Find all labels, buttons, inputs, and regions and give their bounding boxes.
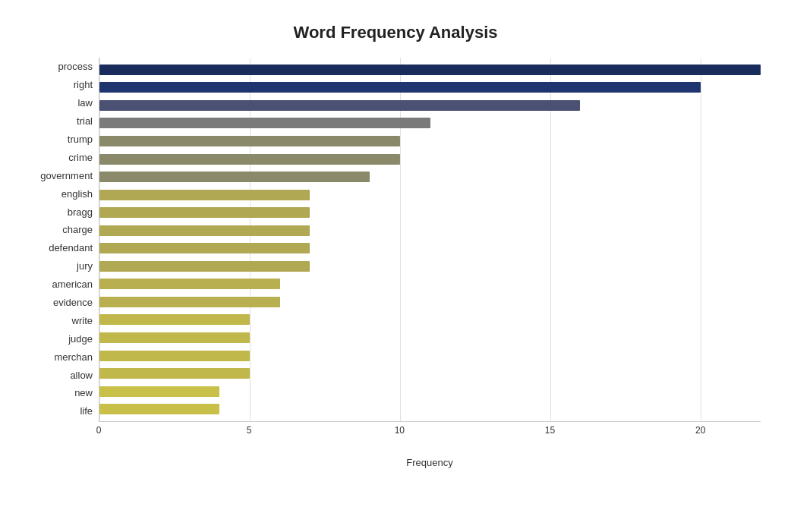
bar	[99, 82, 701, 93]
bar	[99, 368, 250, 379]
bar-row	[99, 400, 761, 418]
bar	[99, 261, 310, 272]
bar	[99, 207, 310, 218]
bar	[99, 100, 580, 111]
x-tick: 5	[247, 425, 252, 436]
bar-row	[99, 203, 761, 222]
bar-row	[99, 168, 761, 186]
y-label: crime	[68, 153, 93, 162]
x-tick: 10	[395, 425, 405, 436]
y-labels: processrightlawtrialtrumpcrimegovernment…	[30, 58, 99, 422]
bar	[99, 65, 761, 75]
x-axis: 05101520	[99, 425, 761, 440]
bar	[99, 279, 280, 289]
bar	[99, 404, 219, 414]
y-label: trial	[77, 116, 93, 126]
y-label: write	[72, 316, 93, 326]
bar	[99, 136, 400, 146]
x-axis-label: Frequency	[99, 457, 761, 468]
y-label: evidence	[53, 297, 93, 307]
bar-row	[99, 79, 761, 97]
bar	[99, 332, 250, 343]
bar-row	[99, 150, 761, 168]
bar-row	[99, 293, 761, 311]
bar	[99, 243, 310, 253]
bar	[99, 386, 219, 397]
bars-and-grid	[99, 58, 761, 422]
bar-row	[99, 329, 761, 347]
y-label: merchan	[54, 352, 93, 362]
y-label: defendant	[49, 243, 93, 253]
bar	[99, 154, 400, 165]
chart-container: Word Frequency Analysis processrightlawt…	[0, 0, 791, 532]
y-label: english	[61, 189, 93, 199]
y-label: law	[77, 98, 93, 108]
bars-section: processrightlawtrialtrumpcrimegovernment…	[30, 58, 761, 422]
bar-row	[99, 61, 761, 79]
bar	[99, 297, 280, 307]
x-tick: 15	[545, 425, 555, 436]
bar	[99, 314, 250, 325]
bars-wrapper	[99, 58, 761, 421]
bar-row	[99, 311, 761, 329]
x-tick: 0	[96, 425, 102, 436]
y-label: government	[40, 171, 93, 181]
y-label: charge	[62, 225, 93, 235]
bar-row	[99, 347, 761, 365]
y-label: judge	[68, 334, 93, 344]
chart-area: processrightlawtrialtrumpcrimegovernment…	[30, 58, 761, 468]
bar-row	[99, 239, 761, 257]
bar-row	[99, 222, 761, 240]
y-label: american	[52, 279, 93, 289]
bar-row	[99, 364, 761, 382]
y-label: right	[74, 80, 93, 90]
bar-row	[99, 382, 761, 401]
y-label: bragg	[68, 207, 93, 217]
y-label: allow	[70, 370, 93, 380]
y-label: trump	[68, 134, 93, 144]
bar	[99, 351, 250, 361]
bar-row	[99, 186, 761, 204]
bar	[99, 118, 430, 128]
chart-title: Word Frequency Analysis	[30, 23, 761, 42]
bar	[99, 172, 370, 182]
bar-row	[99, 275, 761, 294]
bar-row	[99, 96, 761, 115]
y-label: process	[58, 61, 93, 71]
bar-row	[99, 132, 761, 150]
x-tick: 20	[695, 425, 705, 436]
bar	[99, 225, 310, 236]
bar-row	[99, 115, 761, 133]
y-label: jury	[77, 261, 93, 271]
bar	[99, 190, 310, 200]
y-label: new	[74, 388, 93, 398]
bar-row	[99, 257, 761, 275]
y-label: life	[80, 406, 93, 416]
